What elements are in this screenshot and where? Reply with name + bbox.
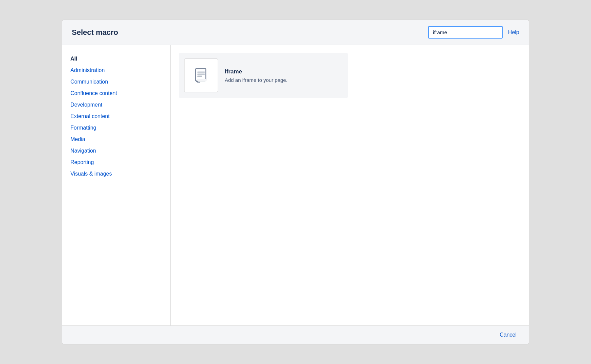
sidebar-item-confluence-content[interactable]: Confluence content [69, 88, 163, 99]
svg-rect-4 [197, 79, 206, 81]
dialog-header: Select macro Help [62, 20, 529, 45]
macro-icon-box [184, 59, 218, 92]
macro-card-iframe[interactable]: Iframe Add an iframe to your page. [179, 53, 348, 98]
macro-info: Iframe Add an iframe to your page. [225, 68, 287, 83]
sidebar-item-administration[interactable]: Administration [69, 65, 163, 76]
sidebar-item-visuals-images[interactable]: Visuals & images [69, 168, 163, 180]
cancel-button[interactable]: Cancel [497, 331, 519, 339]
iframe-icon [192, 67, 210, 84]
sidebar-item-reporting[interactable]: Reporting [69, 157, 163, 168]
select-macro-dialog: Select macro Help All AdministrationComm… [62, 20, 529, 344]
sidebar-item-external-content[interactable]: External content [69, 111, 163, 122]
main-content: Iframe Add an iframe to your page. [171, 45, 529, 325]
macro-name: Iframe [225, 68, 287, 75]
dialog-body: All AdministrationCommunicationConfluenc… [62, 45, 529, 325]
sidebar-item-development[interactable]: Development [69, 99, 163, 111]
search-input[interactable] [428, 26, 503, 39]
macro-description: Add an iframe to your page. [225, 77, 287, 83]
sidebar-item-communication[interactable]: Communication [69, 76, 163, 88]
dialog-footer: Cancel [62, 325, 529, 344]
sidebar: All AdministrationCommunicationConfluenc… [62, 45, 171, 325]
sidebar-item-all[interactable]: All [69, 53, 163, 65]
dialog-title: Select macro [72, 28, 118, 37]
sidebar-item-formatting[interactable]: Formatting [69, 122, 163, 134]
help-link[interactable]: Help [508, 29, 519, 36]
sidebar-item-media[interactable]: Media [69, 134, 163, 145]
sidebar-item-navigation[interactable]: Navigation [69, 145, 163, 157]
header-right: Help [428, 26, 519, 39]
